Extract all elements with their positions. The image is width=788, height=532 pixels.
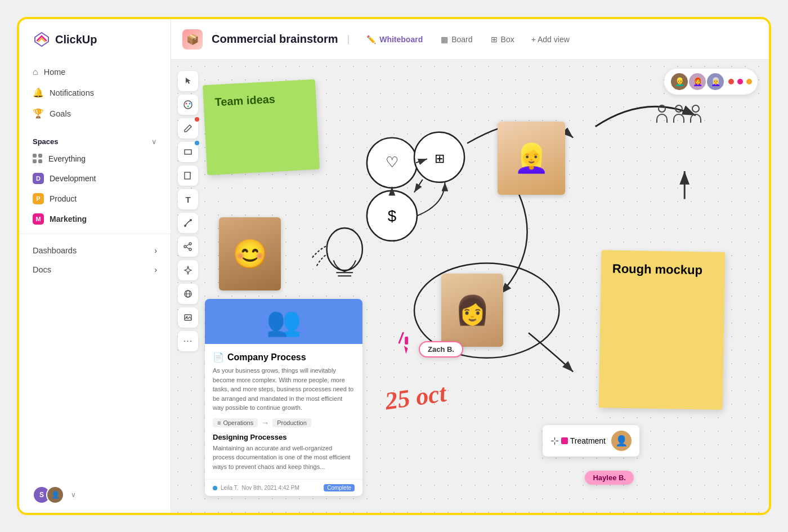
sidebar-item-marketing[interactable]: M Marketing: [19, 209, 171, 229]
people-icons-group: [656, 105, 701, 123]
sidebar-item-docs[interactable]: Docs ›: [19, 260, 171, 279]
main-content: 📦 Commercial brainstorm | ✏️ Whiteboard …: [171, 19, 769, 513]
notifications-icon: 🔔: [33, 87, 44, 98]
cursor-tool-icon: [183, 77, 192, 86]
name-badge-zach: Zach B.: [419, 341, 463, 357]
svg-line-26: [416, 159, 427, 163]
sidebar-item-everything[interactable]: Everything: [19, 149, 171, 168]
board-tab-label: Board: [451, 35, 472, 44]
tab-board[interactable]: ▦ Board: [433, 32, 480, 47]
sidebar-item-home[interactable]: ⌂ Home: [19, 62, 171, 82]
tool-note[interactable]: [178, 166, 198, 186]
tool-select[interactable]: [178, 71, 198, 91]
rectangle-tool-icon: [183, 147, 192, 157]
status-badge: Complete: [324, 484, 355, 491]
user-avatars: S 👤: [33, 486, 64, 504]
tool-ai[interactable]: [178, 260, 198, 280]
tool-text[interactable]: T: [178, 189, 198, 209]
doc-card-body: 📄 Company Process As your business grows…: [205, 344, 362, 479]
palette-tool-icon: [183, 100, 193, 110]
sidebar-item-product[interactable]: P Product: [19, 189, 171, 209]
move-icon: ⊹: [550, 435, 559, 447]
footer-date: Nov 8th, 2021 4:42 PM: [242, 485, 299, 491]
sticky-note-rough-mockup[interactable]: Rough mockup: [599, 250, 726, 410]
person-photo-left: 😊: [219, 217, 281, 290]
sidebar-item-goals[interactable]: 🏆 Goals: [19, 103, 171, 124]
treatment-person-avatar: 👤: [611, 431, 632, 451]
svg-point-7: [184, 225, 186, 227]
box-tab-label: Box: [501, 35, 514, 44]
sidebar-item-docs-label: Docs: [33, 265, 51, 274]
globe-tool-icon: [183, 289, 192, 298]
pen-tool-icon: [183, 124, 192, 133]
svg-point-1: [184, 101, 192, 109]
tool-rect-dot: [195, 141, 199, 145]
tag-production-label: Production: [277, 419, 307, 426]
goals-icon: 🏆: [33, 108, 44, 119]
svg-point-10: [189, 248, 191, 251]
doc-footer-user: Leila T. Nov 8th, 2021 4:42 PM: [213, 485, 299, 491]
sidebar-item-home-label: Home: [44, 68, 66, 77]
name-badge-haylee: Haylee B.: [585, 471, 634, 485]
treatment-color-icon: [561, 437, 568, 444]
sidebar-item-everything-label: Everything: [48, 154, 86, 163]
add-view-button[interactable]: + Add view: [525, 32, 576, 47]
doc-card-title: 📄 Company Process: [213, 352, 355, 363]
box-tab-icon: ⊞: [491, 35, 498, 44]
sidebar-item-marketing-label: Marketing: [50, 214, 87, 223]
tool-globe[interactable]: [178, 284, 198, 304]
sidebar-item-development[interactable]: D Development: [19, 168, 171, 189]
tool-connector[interactable]: [178, 213, 198, 233]
sidebar-item-dashboards-label: Dashboards: [33, 246, 77, 255]
page-header: 📦 Commercial brainstorm | ✏️ Whiteboard …: [171, 19, 769, 60]
ai-tool-icon: [183, 266, 192, 275]
docs-left: Docs: [33, 265, 51, 274]
tag-operations-label: Operations: [223, 419, 253, 426]
board-tab-icon: ▦: [441, 35, 448, 44]
sidebar-main-nav: ⌂ Home 🔔 Notifications 🏆 Goals: [19, 57, 171, 128]
document-card[interactable]: 👥 📄 Company Process As your business gro…: [205, 299, 362, 496]
sidebar-item-goals-label: Goals: [50, 109, 71, 118]
sidebar-footer-nav: Dashboards › Docs ›: [19, 239, 171, 281]
treatment-card[interactable]: ⊹ Treatment 👤: [543, 425, 639, 457]
development-space-icon: D: [33, 173, 44, 184]
tool-pen[interactable]: [178, 118, 198, 138]
tab-whiteboard[interactable]: ✏️ Whiteboard: [359, 32, 431, 47]
whiteboard-tab-label: Whiteboard: [379, 35, 423, 44]
tool-image[interactable]: [178, 307, 198, 328]
person-head-1: [658, 105, 666, 113]
app-window: ClickUp ⌂ Home 🔔 Notifications 🏆 Goals S…: [17, 17, 771, 515]
footer-user-name: Leila T.: [221, 485, 239, 491]
doc-card-tags: ≡ Operations → Production: [213, 418, 355, 427]
sidebar-item-dashboards[interactable]: Dashboards ›: [19, 241, 171, 260]
share-tool-icon: [183, 242, 192, 251]
svg-text:⊞: ⊞: [435, 151, 445, 166]
spaces-chevron-icon[interactable]: ∨: [151, 137, 157, 146]
doc-tag-operations: ≡ Operations: [213, 418, 258, 427]
tool-palette[interactable]: [178, 95, 198, 115]
page-icon: 📦: [182, 29, 203, 50]
tool-rectangle[interactable]: [178, 142, 198, 162]
whiteboard-canvas[interactable]: T: [171, 60, 769, 513]
dashboards-left: Dashboards: [33, 246, 77, 255]
sidebar-item-development-label: Development: [50, 174, 96, 183]
spaces-list: Everything D Development P Product M Mar…: [19, 149, 171, 229]
tool-pen-dot: [195, 117, 199, 122]
sidebar-user-area[interactable]: S 👤 ∨: [19, 477, 171, 513]
user-online-dot: [213, 486, 217, 490]
person-head-2: [675, 105, 683, 113]
spaces-section-header: Spaces ∨: [19, 128, 171, 149]
svg-line-12: [186, 244, 189, 246]
doc-section-text: Maintaining an accurate and well-organiz…: [213, 444, 355, 472]
svg-line-27: [414, 180, 423, 193]
sticky-note-team-ideas[interactable]: Team ideas: [203, 79, 320, 175]
tab-box[interactable]: ⊞ Box: [483, 32, 522, 47]
tools-panel: T: [178, 71, 198, 351]
person-photo-left-placeholder: 😊: [219, 217, 281, 290]
home-icon: ⌂: [33, 67, 38, 77]
tool-share[interactable]: [178, 236, 198, 257]
sidebar-item-notifications[interactable]: 🔔 Notifications: [19, 82, 171, 103]
tool-more[interactable]: ···: [178, 331, 198, 351]
person-icon-1: [656, 105, 668, 123]
everything-grid-icon: [33, 154, 43, 164]
